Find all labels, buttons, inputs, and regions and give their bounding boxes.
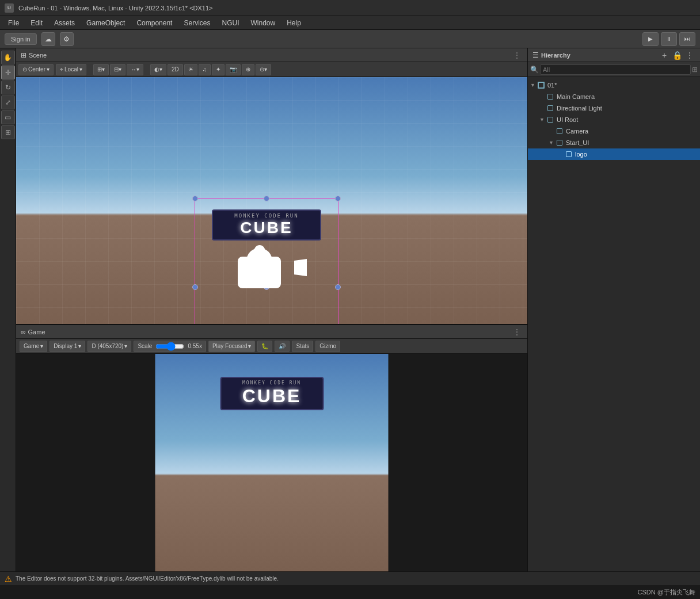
overlay-tool[interactable]: ⊙▾ — [256, 64, 271, 75]
hierarchy-actions: + 🔒 ⋮ — [659, 49, 695, 61]
camera-overlay-tool[interactable]: 📷 — [226, 64, 241, 75]
menu-component[interactable]: Component — [131, 18, 178, 28]
search-options-icon[interactable]: ⊞ — [692, 66, 698, 74]
game-logo-sign: MONKEY CODE RUN CUBE — [220, 377, 324, 410]
local-global-tool[interactable]: ⌖ Local ▾ — [56, 64, 86, 75]
scene-overflow-menu[interactable]: ⋮ — [511, 49, 523, 61]
game-viewport[interactable]: MONKEY CODE RUN CUBE — [16, 354, 527, 571]
game-logo-big-text: CUBE — [226, 386, 318, 407]
play-focused-text: Play Focused — [212, 343, 248, 349]
game-toolbar: Game ▾ Display 1 ▾ D (405x720) ▾ Scale 0… — [16, 339, 527, 354]
rotate-tool[interactable]: ↻ — [1, 81, 15, 94]
stats-text: Stats — [296, 343, 309, 349]
scale-slider[interactable] — [155, 342, 184, 351]
sign-in-button[interactable]: Sign in — [5, 33, 37, 45]
scene-viewport[interactable]: MONKEY CODE RUN CUBE — [16, 77, 527, 324]
handle-top-left[interactable] — [192, 196, 198, 201]
audio-tool[interactable]: ♫ — [199, 64, 211, 75]
step-button[interactable]: ⏭ — [679, 32, 695, 46]
left-toolbar: ✋ ✛ ↻ ⤢ ▭ ⊞ — [0, 48, 16, 571]
handle-mid-right[interactable] — [335, 284, 341, 290]
tree-label-dir-light: Directional Light — [557, 105, 602, 112]
menu-gameobject[interactable]: GameObject — [81, 18, 131, 28]
game-label-tool[interactable]: Game ▾ — [20, 341, 47, 352]
hierarchy-add-button[interactable]: + — [659, 49, 670, 61]
hierarchy-lock-button[interactable]: 🔒 — [671, 49, 683, 61]
menu-edit[interactable]: Edit — [25, 18, 48, 28]
play-focused-tool[interactable]: Play Focused ▾ — [208, 341, 256, 352]
snap-tool[interactable]: ⊟▾ — [110, 64, 125, 75]
game-tab[interactable]: ∞ Game — [21, 328, 45, 336]
tree-label-camera: Camera — [566, 128, 588, 135]
handle-top-mid[interactable] — [264, 196, 269, 201]
fx-tool[interactable]: ✦ — [212, 64, 225, 75]
scale-tool: Scale 0.55x — [134, 341, 206, 352]
warning-icon: ⚠ — [5, 574, 12, 583]
gizmos-tool[interactable]: ⊕ — [242, 64, 254, 75]
tree-arrow-camera — [549, 128, 556, 134]
game-background: MONKEY CODE RUN CUBE — [155, 354, 389, 571]
handle-top-right[interactable] — [335, 196, 341, 201]
hand-tool[interactable]: ✋ — [1, 51, 15, 64]
tree-arrow-main-camera — [539, 94, 546, 100]
game-panel: ∞ Game ⋮ Game ▾ Display 1 ▾ D (405x720) … — [16, 324, 527, 571]
tree-item-ui-root[interactable]: ▼ UI Root — [528, 114, 700, 125]
resolution-tool[interactable]: D (405x720) ▾ — [88, 341, 131, 352]
rect-tool[interactable]: ▭ — [1, 110, 15, 124]
hierarchy-overflow-button[interactable]: ⋮ — [684, 49, 695, 61]
display-text: Display 1 — [54, 343, 77, 349]
tree-icon-logo — [565, 150, 573, 158]
move-tool[interactable]: ✛ — [1, 66, 15, 79]
cloud-button[interactable]: ☁ — [41, 32, 55, 46]
game-label-arrow: ▾ — [40, 343, 43, 349]
handle-mid-left[interactable] — [192, 284, 198, 290]
tree-label-scene: 01* — [547, 82, 557, 89]
main-layout: ✋ ✛ ↻ ⤢ ▭ ⊞ ⊞ Scene ⋮ ⊙ Center ▾ — [0, 48, 700, 571]
settings-button[interactable]: ⚙ — [60, 32, 74, 46]
tree-item-start-ui[interactable]: ▼ Start_UI — [528, 137, 700, 148]
2d-tool[interactable]: 2D — [168, 64, 183, 75]
tree-arrow-dir-light — [539, 105, 546, 111]
center-arrow: ▾ — [47, 66, 50, 73]
play-button[interactable]: ▶ — [642, 32, 659, 46]
right-panel: ☰ Hierarchy + 🔒 ⋮ 🔍 ⊞ ▼ 01* Main Camera — [527, 48, 700, 571]
tree-label-logo: logo — [575, 151, 587, 158]
scale-tool[interactable]: ⤢ — [1, 96, 15, 109]
hierarchy-search-input[interactable] — [540, 64, 691, 75]
mute-tool[interactable]: 🔊 — [275, 341, 290, 352]
tree-item-camera[interactable]: Camera — [528, 125, 700, 137]
scale-value: 0.55x — [188, 343, 201, 349]
cam-viewfinder — [294, 259, 307, 276]
grid-tool[interactable]: ⊞▾ — [93, 64, 109, 75]
menu-ngui[interactable]: NGUI — [216, 18, 245, 28]
tree-arrow-scene: ▼ — [530, 82, 537, 88]
lighting-tool[interactable]: ☀ — [184, 64, 197, 75]
transform-tool[interactable]: ⊞ — [1, 125, 15, 139]
render-mode-tool[interactable]: ◐▾ — [150, 64, 166, 75]
stats-tool[interactable]: Stats — [292, 341, 313, 352]
game-logo: MONKEY CODE RUN CUBE — [220, 377, 324, 410]
tree-label-ui-root: UI Root — [557, 116, 578, 123]
scene-tab[interactable]: ⊞ Scene — [21, 51, 47, 59]
debug-tool[interactable]: 🐛 — [257, 341, 272, 352]
menu-help[interactable]: Help — [281, 18, 307, 28]
display-tool[interactable]: Display 1 ▾ — [50, 341, 85, 352]
scene-tab-label: Scene — [29, 52, 47, 59]
menu-file[interactable]: File — [2, 18, 25, 28]
menu-window[interactable]: Window — [245, 18, 281, 28]
panels-area: ⊞ Scene ⋮ ⊙ Center ▾ ⌖ Local ▾ ⊞▾ — [16, 48, 527, 571]
tree-item-scene[interactable]: ▼ 01* — [528, 79, 700, 91]
tree-label-main-camera: Main Camera — [557, 93, 595, 100]
move-snap-tool[interactable]: ↔▾ — [127, 64, 143, 75]
gizmos-game-tool[interactable]: Gizmo — [315, 341, 340, 352]
tree-item-main-camera[interactable]: Main Camera — [528, 91, 700, 102]
status-bar: ⚠ The Editor does not support 32-bit plu… — [0, 571, 700, 585]
tree-item-dir-light[interactable]: Directional Light — [528, 102, 700, 114]
pause-button[interactable]: ⏸ — [661, 32, 677, 46]
hierarchy-icon: ☰ — [532, 51, 539, 59]
tree-item-logo[interactable]: logo — [528, 148, 700, 160]
game-overflow-menu[interactable]: ⋮ — [511, 326, 523, 338]
menu-services[interactable]: Services — [178, 18, 216, 28]
center-pivot-tool[interactable]: ⊙ Center ▾ — [18, 64, 54, 75]
menu-assets[interactable]: Assets — [48, 18, 81, 28]
